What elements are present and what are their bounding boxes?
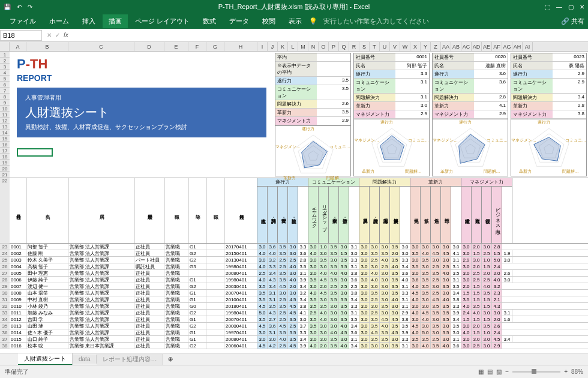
col-header[interactable]: Y [421,42,431,51]
logo: P-TH [17,56,266,72]
enter-icon[interactable]: ✓ [55,32,60,38]
table-row[interactable]: 0009中村 直樹営業部 法人営業課正社員営業職G1201004013.53.1… [10,296,588,303]
zoom-slider[interactable] [512,371,560,373]
save-icon[interactable]: 💾 [4,4,11,10]
col-header[interactable]: AC [461,42,472,51]
bulb-icon: 💡 [309,17,317,25]
ribbon-tabs: ファイル ホーム 挿入 描画 ページ レイアウト 数式 データ 校閲 表示 💡 … [0,13,588,29]
table-row[interactable]: 0005田中 理恵営業部 法人営業課正社員営業職 200804012.53.43… [10,270,588,277]
tell-me[interactable]: 実行したい作業を入力してください [323,17,429,26]
col-header[interactable]: I [257,42,268,51]
row-headers: 1234567891011121314151617181920212223242… [0,52,10,349]
col-header[interactable]: AH [512,42,523,51]
table-row[interactable]: 0008山本 湯笑営業部 法人営業課正社員営業職G1200704013.53.1… [10,290,588,296]
col-header[interactable]: R [349,42,359,51]
view-layout-icon[interactable]: ▤ [487,368,493,375]
employee-card: 平均 ※表示中データの平均 遂行力3.5コミュニケーション3.5問題解決力2.6… [275,53,351,176]
status-bar: 準備完了 ▦ ▤ ▧ − + 88% [0,365,588,378]
col-header[interactable]: O [319,42,329,51]
sheet-tab-data[interactable]: data [73,355,97,364]
table-row[interactable]: 0007渡辺 健一営業部 法人営業課正社員営業職G2200304013.53.4… [10,283,588,290]
col-header[interactable]: AG [502,42,512,51]
col-header[interactable]: N [308,42,319,51]
col-header[interactable]: H [224,42,257,51]
col-header[interactable]: E [164,42,188,51]
col-header[interactable]: AB [451,42,461,51]
table-row[interactable]: 0012吉田 学営業部 法人営業課正社員営業職G1200704013.52.72… [10,316,588,323]
table-row[interactable]: 0010小林 綾乃営業部 法人営業課正社員営業職G0201804014.53.5… [10,303,588,310]
table-row[interactable]: 0006伊藤 純子営業部 法人営業課正社員営業職G1199804014.04.3… [10,277,588,283]
col-header[interactable]: AE [482,42,492,51]
col-header[interactable]: U [380,42,390,51]
tab-draw[interactable]: 描画 [103,14,128,28]
table-row[interactable]: 0003鈴木 久美子営業部 法人営業課パート社員営業職G2201304013.0… [10,257,588,263]
titlebar: 💾 ↶ ↷ P-TH_Report_人財選抜.xlsm [読み取り専用] - E… [0,0,588,13]
col-header[interactable]: G [206,42,224,51]
redo-icon[interactable]: ↷ [28,4,32,10]
col-header[interactable]: W [400,42,410,51]
table-row[interactable]: 0004高橋 智子営業部 法人営業課嘱託社員営業職G3199804014.03.… [10,263,588,270]
sheet-tab-report[interactable]: レポート処理内容… [97,354,163,365]
col-header[interactable]: X [410,42,421,51]
svg-marker-9 [380,136,404,160]
fx-icon[interactable]: fx [64,32,68,38]
col-header[interactable]: J [268,42,278,51]
col-header[interactable]: K [278,42,288,51]
col-header[interactable]: Q [339,42,349,51]
name-box[interactable]: B18 [0,30,42,41]
grid-header: 職種 [164,178,188,243]
tab-data[interactable]: データ [223,14,255,28]
col-header[interactable]: Z [431,42,441,51]
tab-file[interactable]: ファイル [4,14,42,28]
col-header[interactable]: C [68,42,134,51]
window-title: P-TH_Report_人財選抜.xlsm [読み取り専用] - Excel [76,2,512,11]
table-row[interactable]: 0014佐々木 優子営業部 法人営業課正社員営業職G1199704013.03.… [10,329,588,336]
data-grid: 社員番号氏名所属雇用形態職種等級役職入社年月日遂行力達成志向計画・調整実行・管理… [10,178,588,349]
col-header[interactable]: AF [492,42,502,51]
col-header[interactable]: AD [472,42,482,51]
table-row[interactable]: 0013山田 漣営業部 法人営業課正社員営業職G2200004014.53.64… [10,323,588,329]
svg-marker-19 [533,137,560,161]
col-header[interactable]: L [288,42,298,51]
col-header[interactable]: AA [441,42,451,51]
maximize-icon[interactable]: ▢ [568,4,574,10]
svg-marker-14 [458,134,484,163]
tab-home[interactable]: ホーム [43,14,75,28]
tab-layout[interactable]: ページ レイアウト [129,14,196,28]
col-header[interactable]: F [188,42,206,51]
col-header[interactable]: D [134,42,164,51]
tab-view[interactable]: 表示 [283,14,308,28]
view-normal-icon[interactable]: ▦ [478,368,484,375]
tab-review[interactable]: 校閲 [256,14,281,28]
col-header[interactable]: A [10,42,26,51]
col-header[interactable]: B [26,42,68,51]
minimize-icon[interactable]: — [556,4,562,10]
sheet-tab-main[interactable]: 人財選抜シート [18,353,73,365]
add-sheet-icon[interactable]: ⊕ [163,356,178,362]
view-break-icon[interactable]: ▧ [496,368,502,375]
table-row[interactable]: 0002佐藤 剛営業部 法人営業課正社員営業職G2201504014.04.03… [10,250,588,257]
undo-icon[interactable]: ↶ [17,4,22,10]
sheet-area[interactable]: 1234567891011121314151617181920212223242… [0,52,588,353]
close-icon[interactable]: ✕ [580,4,584,10]
table-row[interactable]: 0015山口 純子営業部 法人営業課正社員営業職G1200804013.03.0… [10,336,588,343]
tab-formulas[interactable]: 数式 [197,14,222,28]
col-header[interactable]: S [359,42,370,51]
col-header[interactable]: P [329,42,339,51]
tab-insert[interactable]: 挿入 [76,14,101,28]
table-row[interactable]: 0016松本 聡営業部 東日本営業課正社員営業職G2200604014.54.2… [10,343,588,349]
zoom-out-icon[interactable]: − [505,368,509,375]
zoom-level[interactable]: 88% [571,368,583,375]
col-header[interactable]: M [298,42,308,51]
ribbon-options-icon[interactable]: ⬚ [545,4,550,10]
col-header[interactable]: V [390,42,400,51]
col-header[interactable]: AI [523,42,533,51]
share-button[interactable]: 🔗 共有 [561,17,584,26]
zoom-in-icon[interactable]: + [564,368,568,375]
cancel-icon[interactable]: ✕ [47,32,52,38]
active-cell[interactable] [17,148,53,157]
table-row[interactable]: 0011加藤 みなみ営業部 法人営業課正社員営業職G2199804015.04.… [10,310,588,316]
col-header[interactable]: T [370,42,380,51]
table-row[interactable]: 0001阿部 智子営業部 法人営業課正社員営業職G1201704013.03.6… [10,244,588,250]
grid-header: 社員番号 [10,178,26,243]
